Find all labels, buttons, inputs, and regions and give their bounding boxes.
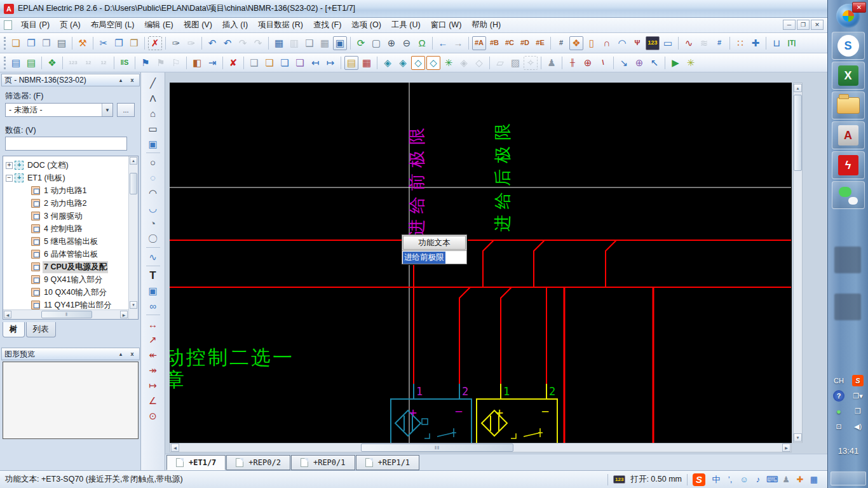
scroll-up-icon[interactable]: ▲ [794,84,802,92]
tree-vscroll-thumb[interactable] [130,173,137,194]
copy-icon[interactable]: ❐ [112,36,126,50]
tree-item-doc[interactable]: + DOC (文档) [3,159,128,172]
menu-options[interactable]: 选项 (O) [346,18,386,32]
dim-angle-icon[interactable]: ∠ [146,393,161,408]
insert-green-icon[interactable]: ▶ [668,56,682,70]
mdi-restore-button[interactable]: ❐ [797,20,810,30]
sheet-tab-rep0-1[interactable]: +REP0/1 [291,455,355,470]
paste-icon[interactable]: ❒ [127,36,141,50]
diamond-gray-icon[interactable]: ◈ [457,56,471,70]
tree-expander[interactable] [22,302,29,309]
flag-gear-icon[interactable]: ⚑ [154,56,168,70]
mdi-close-button[interactable]: ✕ [811,20,824,30]
exit-door-icon[interactable]: ◧ [190,56,204,70]
multiwire-icon[interactable]: ✳ [684,56,698,70]
tree-item-1[interactable]: 1 动力电路1 [3,184,128,197]
star-filter-icon[interactable]: ✳ [442,56,456,70]
open-page-icon[interactable]: ❐ [24,36,38,50]
loop-plus-icon[interactable]: ⊕ [632,56,646,70]
format-brush-icon[interactable]: ✑ [169,36,183,50]
tree-item-6[interactable]: 6 晶体管输出板 [3,248,128,261]
scroll-left-icon[interactable]: ◀ [4,311,11,318]
menu-project[interactable]: 项目 (P) [16,18,55,32]
copy-pages-icon[interactable]: ❑ [247,56,261,70]
tree-expander[interactable] [22,276,29,283]
autocad-icon[interactable]: A [832,121,865,149]
sogou-browser-icon[interactable]: S [832,32,865,60]
sort-icon[interactable]: ‖S [118,56,132,70]
plugin-icon[interactable]: ❖ [45,56,59,70]
tree-item-9[interactable]: 9 QX41输入部分 [3,273,128,286]
workbook-icon[interactable]: ▣ [333,36,347,50]
dim-baseline-icon[interactable]: ↦ [146,377,161,393]
circle-tool-icon[interactable]: ○ [146,154,161,170]
device-single-icon[interactable]: ◈ [396,56,410,70]
tree-item-et1[interactable]: − ET1 (电板) [3,172,128,184]
page-navigator-icon[interactable]: ▤ [9,56,23,70]
dim-chain-icon[interactable]: ↞ [146,347,161,362]
print-icon[interactable]: ▤ [55,36,69,50]
next-page-icon[interactable]: ↦ [323,56,337,70]
zoom-out-icon[interactable]: ⊖ [400,36,414,50]
panel-close-icon[interactable]: x [128,349,137,358]
contact-diagonal-icon[interactable]: \ [596,56,610,70]
polygon-tool-icon[interactable]: ⌂ [146,105,161,121]
function-text-input[interactable]: 进给前极限 [402,250,466,264]
new-page-2-icon[interactable]: ❏ [262,56,276,70]
device-pair-icon[interactable]: ◈ [381,56,395,70]
explorer-folder-icon[interactable] [832,92,865,119]
connection-corner-icon[interactable]: ↖ [648,56,661,70]
frame-icon[interactable]: ▯ [585,36,599,50]
zoom-in-icon[interactable]: ⊕ [384,36,398,50]
jump-cancel-icon[interactable]: ✘ [226,56,240,70]
menu-utilities[interactable]: 工具 (U) [386,18,426,32]
canvas-hscroll-thumb[interactable]: ⦀⦀ [361,444,513,452]
counter-1-icon[interactable]: 12 [81,56,95,70]
undo-list-icon[interactable]: ↶ [220,36,234,50]
redo-icon[interactable]: ↷ [236,36,250,50]
delete-selection-icon[interactable]: ✗ [148,36,162,50]
page-properties-icon[interactable]: ❏ [278,56,292,70]
stamp-icon[interactable]: ♟ [545,56,559,70]
ime-lang-icon[interactable]: 中 [710,474,722,485]
value-input[interactable] [5,137,127,151]
tree-expander[interactable]: + [6,162,13,169]
tree-expander[interactable] [22,264,29,271]
page-check-icon[interactable]: ❑ [302,36,316,50]
tree-expander[interactable] [22,289,29,296]
wrench-icon[interactable]: ⚒ [76,36,90,50]
magnet-icon[interactable]: ∩ [600,36,614,50]
format-brush-2-icon[interactable]: ✑ [184,36,198,50]
tree-expander[interactable] [22,213,29,220]
menu-insert[interactable]: 插入 (I) [217,18,253,32]
previous-page-icon[interactable]: ↤ [308,56,322,70]
grid-view-icon[interactable]: ▦ [318,36,332,50]
page-macro-icon[interactable]: ❏ [293,56,307,70]
scroll-up-icon[interactable]: ▲ [130,157,137,165]
note-properties-icon[interactable]: ▤ [344,56,358,70]
contact-node-icon[interactable]: ⊕ [581,56,595,70]
dim-chain2-icon[interactable]: ↠ [146,362,161,377]
tree-item-11[interactable]: 11 QY41P输出部分 [3,299,128,309]
panel-close-icon[interactable]: x [128,76,137,85]
close-button[interactable]: ✕ [852,2,866,13]
blue-grid-icon[interactable]: # [712,36,726,50]
canvas-hscrollbar[interactable]: ◀ ⦀⦀ ▶ [170,443,792,452]
undo-icon[interactable]: ↶ [205,36,219,50]
ime-toolbox-icon[interactable]: ▦ [808,474,820,485]
scroll-left-icon[interactable]: ◀ [171,444,179,452]
tab-tree[interactable]: 树 [3,322,25,337]
table-edit-icon[interactable]: ▦ [360,56,374,70]
jump-in-icon[interactable]: ⇥ [205,56,219,70]
ime-keyboard-icon[interactable]: ⌨ [766,474,778,485]
signal-wave-icon[interactable]: ∿ [682,36,696,50]
ime-voice-icon[interactable]: ♪ [752,474,764,485]
taskbar-clock[interactable]: 13:41 [828,446,868,456]
snap-grid-icon[interactable]: ❖ [569,36,583,50]
schematic-canvas[interactable]: 1 2 1 2 + − + − 进给前极限 进给后极限 动控制二选一 章 [170,83,792,443]
window-restore-icon[interactable]: ❐▾ [852,390,864,402]
cut-icon[interactable]: ✂ [97,36,111,50]
circle-points-tool-icon[interactable]: ◌ [146,170,161,185]
spline-tool-icon[interactable]: ∿ [146,249,161,264]
contact-grid-icon[interactable]: ╫ [566,56,580,70]
